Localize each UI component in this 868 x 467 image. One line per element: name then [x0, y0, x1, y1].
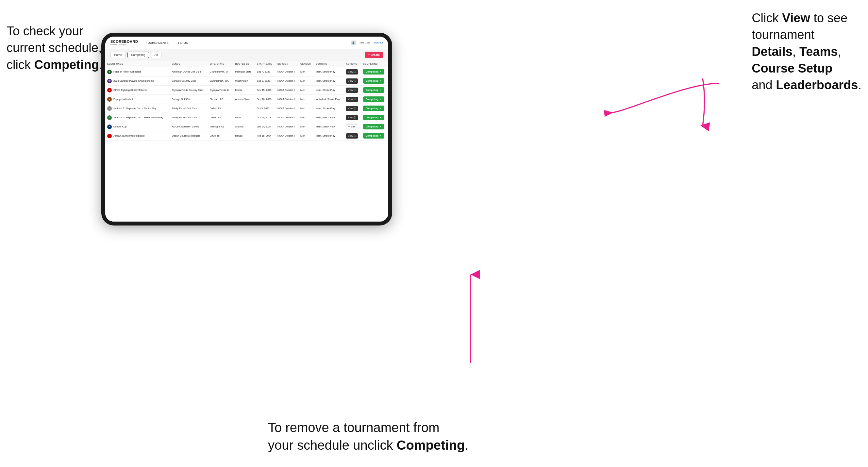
- event-name-cell: P Papago Individual: [105, 95, 170, 104]
- table-row: P Papago Individual Papago Golf ClubPhoe…: [105, 95, 388, 104]
- division-cell: NCAA Division I: [276, 131, 299, 141]
- actions-cell: View ⓘ: [344, 86, 361, 95]
- division-cell: NCAA Division I: [276, 104, 299, 113]
- table-row: J Jackson T. Stephens Cup – Men's Match …: [105, 113, 388, 122]
- team-logo: J: [107, 106, 112, 111]
- signout-link[interactable]: Sign out: [374, 41, 383, 44]
- division-cell: NCAA Division I: [276, 122, 299, 131]
- table-row: J Jackson T. Stephens Cup – Stroke Play …: [105, 104, 388, 113]
- team-logo: P: [107, 97, 112, 102]
- edit-button[interactable]: ✏ Edit: [346, 124, 357, 129]
- hosted-by-cell: Hawaii: [233, 131, 255, 141]
- team-logo: A: [107, 125, 112, 129]
- competing-button[interactable]: Competing ✓: [363, 69, 384, 74]
- filter-home-button[interactable]: Home: [111, 52, 125, 58]
- gender-cell: Men: [299, 86, 314, 95]
- start-date-cell: Feb 15, 2024: [255, 131, 276, 141]
- event-name: OFCC Fighting Illini Invitational: [114, 89, 147, 92]
- competing-button[interactable]: Competing ✓: [363, 78, 384, 84]
- view-button[interactable]: View ⓘ: [346, 106, 358, 111]
- scoring-cell: team, Stroke Play: [314, 104, 344, 113]
- view-button[interactable]: View ⓘ: [346, 79, 358, 84]
- hosted-by-cell: [233, 104, 255, 113]
- scoring-cell: team, Stroke Play: [314, 76, 344, 86]
- col-gender: GENDER: [299, 61, 314, 67]
- city-state-cell: Maricopa, AZ: [208, 122, 233, 131]
- scoring-cell: team, Match Play: [314, 122, 344, 131]
- tournaments-table: EVENT NAME VENUE CITY, STATE HOSTED BY S…: [105, 61, 388, 141]
- start-date-cell: Sep 4, 2023: [255, 67, 276, 76]
- col-hosted-by: HOSTED BY: [233, 61, 255, 67]
- city-state-cell: Olympia Fields, IL: [208, 86, 233, 95]
- gender-cell: Men: [299, 67, 314, 76]
- venue-cell: Ak-Chin Southern Dunes: [170, 122, 208, 131]
- team-logo: I: [107, 88, 112, 92]
- competing-button[interactable]: Competing ✓: [363, 105, 384, 111]
- competing-button[interactable]: Competing ✓: [363, 115, 384, 120]
- user-text: Test User: [359, 41, 370, 44]
- competing-button[interactable]: Competing ✓: [363, 133, 384, 138]
- competing-cell: Competing ✓: [361, 104, 388, 113]
- actions-cell: ✏ Edit: [344, 122, 361, 131]
- event-name-cell: W 2023 Sahalee Players Championship: [105, 76, 170, 86]
- hosted-by-cell: Michigan State: [233, 67, 255, 76]
- col-scoring: SCORING: [314, 61, 344, 67]
- create-button[interactable]: + Create: [365, 52, 383, 58]
- scoring-cell: individual, Stroke Play: [314, 95, 344, 104]
- competing-cell: Competing ✓: [361, 86, 388, 95]
- start-date-cell: Sep 9, 2023: [255, 76, 276, 86]
- scoring-cell: team, Match Play: [314, 113, 344, 122]
- actions-cell: View ⓘ: [344, 95, 361, 104]
- start-date-cell: Oct 11, 2023: [255, 113, 276, 122]
- tablet-device: SCOREBOARD Powered by clippi TOURNAMENTS…: [101, 33, 392, 225]
- competing-button[interactable]: Competing ✓: [363, 124, 384, 129]
- hosted-by-cell: Arizona State: [233, 95, 255, 104]
- filter-competing-button[interactable]: Competing: [127, 52, 149, 58]
- city-state-cell: Grand Haven, MI: [208, 67, 233, 76]
- view-button[interactable]: View ⓘ: [346, 97, 358, 102]
- device-screen: SCOREBOARD Powered by clippi TOURNAMENTS…: [105, 37, 388, 222]
- gender-cell: Men: [299, 76, 314, 86]
- annotation-bottom: To remove a tournament from your schedul…: [268, 418, 469, 454]
- actions-cell: View ⓘ: [344, 67, 361, 76]
- start-date-cell: Sep 18, 2023: [255, 95, 276, 104]
- nav-tournaments[interactable]: TOURNAMENTS: [145, 41, 169, 44]
- event-name-cell: I OFCC Fighting Illini Invitational: [105, 86, 170, 95]
- event-name: Copper Cup: [114, 125, 126, 128]
- nav-teams[interactable]: TEAMS: [177, 41, 189, 44]
- col-competing: COMPETING: [361, 61, 388, 67]
- city-state-cell: Phoenix, AZ: [208, 95, 233, 104]
- nav-right: 👤 Test User Sign out: [351, 40, 383, 45]
- logo-title: SCOREBOARD: [111, 40, 138, 43]
- view-button[interactable]: View ⓘ: [346, 115, 358, 120]
- actions-cell: View ⓘ: [344, 104, 361, 113]
- view-button[interactable]: View ⓘ: [346, 133, 358, 138]
- event-name-cell: J Jackson T. Stephens Cup – Stroke Play: [105, 104, 170, 113]
- gender-cell: Men: [299, 122, 314, 131]
- event-name: John A. Burns Intercollegiate: [114, 134, 145, 137]
- filter-all-button[interactable]: All: [151, 52, 161, 58]
- event-name: Jackson T. Stephens Cup – Men's Match Pl…: [114, 116, 163, 119]
- table-header-row: EVENT NAME VENUE CITY, STATE HOSTED BY S…: [105, 61, 388, 67]
- view-button[interactable]: View ⓘ: [346, 88, 358, 93]
- competing-cell: Competing ✓: [361, 131, 388, 141]
- col-division: DIVISION: [276, 61, 299, 67]
- venue-cell: Trinity Forest Golf Club: [170, 113, 208, 122]
- competing-button[interactable]: Competing ✓: [363, 87, 384, 93]
- table-row: S Folds of Honor Collegiate American Dun…: [105, 67, 388, 76]
- gender-cell: Men: [299, 104, 314, 113]
- hosted-by-cell: Arizona: [233, 122, 255, 131]
- venue-cell: Trinity Forest Golf Club: [170, 104, 208, 113]
- hosted-by-cell: Illinois: [233, 86, 255, 95]
- gender-cell: Men: [299, 113, 314, 122]
- competing-cell: Competing ✓: [361, 95, 388, 104]
- city-state-cell: Dallas, TX: [208, 113, 233, 122]
- scoring-cell: team, Stroke Play: [314, 131, 344, 141]
- competing-button[interactable]: Competing ✓: [363, 96, 384, 102]
- col-venue: VENUE: [170, 61, 208, 67]
- filter-bar: Home Competing All + Create: [105, 49, 388, 61]
- view-button[interactable]: View ⓘ: [346, 69, 358, 74]
- team-logo: W: [107, 79, 112, 83]
- competing-cell: Competing ✓: [361, 67, 388, 76]
- start-date-cell: Sep 15, 2023: [255, 86, 276, 95]
